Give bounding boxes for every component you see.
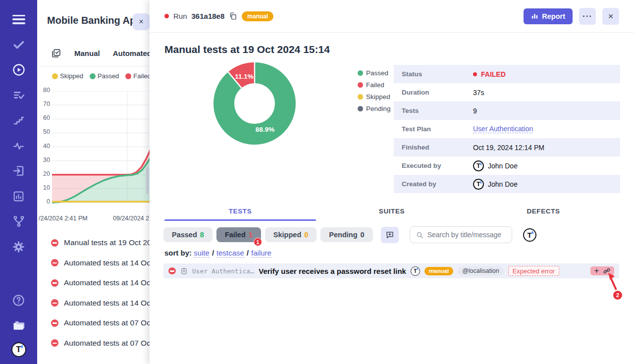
detail-row-status: Status FAILED <box>394 65 620 83</box>
detail-row-duration: Duration 37s <box>394 83 620 102</box>
donut-passed-label: 88.9% <box>256 126 274 133</box>
run-list-item[interactable]: Automated tests at 14 Oct 2 <box>37 273 150 293</box>
y-tick: 30 <box>37 156 50 163</box>
settings-gear-icon[interactable] <box>10 238 27 255</box>
project-close-button[interactable]: × <box>133 13 150 30</box>
copy-icon[interactable] <box>229 12 237 20</box>
comment-button[interactable] <box>381 227 399 243</box>
scrollbar-thumb[interactable] <box>146 167 149 194</box>
x-tick: /24/2024 2:41 PM <box>39 215 88 222</box>
y-tick: 80 <box>37 87 50 94</box>
run-label: Run <box>173 12 187 20</box>
runs-list-icon[interactable] <box>10 87 27 104</box>
branches-icon[interactable] <box>10 213 27 230</box>
check-icon[interactable] <box>10 36 27 53</box>
search-input[interactable] <box>427 231 506 239</box>
tab-suites[interactable]: SUITES <box>316 203 468 221</box>
report-button[interactable]: Report <box>524 8 573 24</box>
failed-status-icon <box>51 239 58 247</box>
help-icon[interactable] <box>10 292 27 309</box>
close-run-button[interactable]: × <box>602 8 619 25</box>
failed-status-icon <box>51 259 58 266</box>
failed-status-icon <box>51 299 58 307</box>
run-list-item[interactable]: Automated tests at 07 Oct 2 <box>37 333 150 354</box>
sort-by-suite[interactable]: suite <box>194 249 210 258</box>
failed-dot <box>358 82 363 88</box>
avatar: T <box>473 179 484 190</box>
failed-status-icon <box>51 339 58 347</box>
suite-name[interactable]: User Authentica… <box>192 267 254 275</box>
avatar: T <box>473 160 484 171</box>
tab-defects[interactable]: DEFECTS <box>468 203 619 221</box>
run-detail-panel: Run 361a18e8 manual Report ··· × Manual … <box>150 0 634 364</box>
user-avatar[interactable]: T <box>523 228 536 242</box>
y-tick: 40 <box>37 143 50 150</box>
filter-row: Passed8 Failed11 Skipped0 Pending0 T <box>163 226 619 243</box>
pending-dot <box>358 106 363 111</box>
row-actions: + <box>590 266 614 275</box>
passed-dot <box>90 73 96 79</box>
detail-row-executed-by: Executed by TJohn Doe <box>394 156 620 175</box>
link-icon[interactable] <box>603 267 610 274</box>
run-header-bar: Run 361a18e8 manual Report ··· × <box>150 0 634 33</box>
y-tick: 70 <box>37 101 50 107</box>
menu-icon[interactable] <box>10 11 27 28</box>
detail-row-finished: Finished Oct 19, 2024 12:14 PM <box>394 138 620 156</box>
project-title: Mobile Banking App <box>47 15 142 26</box>
filter-pending[interactable]: Pending0 <box>320 227 372 242</box>
y-tick: 20 <box>37 170 50 177</box>
analytics-icon[interactable] <box>10 188 27 205</box>
add-button[interactable]: + <box>594 267 599 275</box>
more-button[interactable]: ··· <box>579 8 596 25</box>
comment-plus-icon <box>385 230 394 239</box>
result-tabs: TESTS SUITES DEFECTS <box>164 203 619 221</box>
brand-logo[interactable]: T <box>11 342 26 357</box>
detail-row-test-plan: Test Plan User Authentication <box>394 120 620 138</box>
run-summary: 11.1% 88.9% Passed Failed Skipped Pendin… <box>150 62 634 197</box>
trend-chart: Skipped Passed Failed 80 70 60 50 40 30 … <box>37 69 150 228</box>
run-type-badge: manual <box>242 11 273 21</box>
y-tick: 0 <box>37 198 50 205</box>
search-icon <box>416 231 423 239</box>
filter-failed[interactable]: Failed11 <box>216 227 261 242</box>
run-list-item[interactable]: Automated tests at 14 Oct 2 <box>37 293 150 313</box>
error-message[interactable]: Expected error <box>508 266 559 276</box>
checkbox-stack-icon[interactable] <box>51 48 61 58</box>
run-list-item[interactable]: Automated tests at 07 Oct 2 <box>37 313 150 333</box>
sign-in-icon[interactable] <box>10 162 27 179</box>
pulse-icon[interactable] <box>10 137 27 154</box>
annotation-step-badge: 2 <box>613 291 622 300</box>
filter-skipped[interactable]: Skipped0 <box>265 227 317 242</box>
failed-dot <box>473 72 477 76</box>
test-title[interactable]: Verify user receives a password reset li… <box>259 267 406 275</box>
runs-list: Manual tests at 19 Oct 2024 Automated te… <box>37 233 150 353</box>
y-tick: 50 <box>37 128 50 135</box>
sort-by-testcase[interactable]: testcase <box>216 249 244 258</box>
failed-count-badge: 1 <box>254 238 262 246</box>
tab-automated[interactable]: Automated <box>113 49 150 57</box>
search-box <box>410 226 512 243</box>
run-id: 361a18e8 <box>192 12 225 20</box>
passed-dot <box>358 70 363 76</box>
tab-tests[interactable]: TESTS <box>164 203 316 221</box>
project-tabs: Manual Automated <box>51 48 150 58</box>
run-list-item[interactable]: Automated tests at 14 Oct 2 <box>37 253 150 273</box>
test-plan-link[interactable]: User Authentication <box>473 125 533 133</box>
y-tick: 10 <box>37 184 50 191</box>
failed-status-icon <box>51 319 58 327</box>
failed-status-icon <box>51 279 58 287</box>
run-title: Manual tests at 19 Oct 2024 15:14 <box>164 44 634 55</box>
sort-by-failure[interactable]: failure <box>251 249 271 258</box>
steps-icon[interactable] <box>10 112 27 129</box>
result-donut-chart: 11.1% 88.9% <box>205 56 304 151</box>
tab-manual[interactable]: Manual <box>74 49 100 57</box>
run-list-item[interactable]: Manual tests at 19 Oct 2024 <box>37 233 150 253</box>
projects-folder-icon[interactable] <box>10 317 27 334</box>
play-circle-icon[interactable] <box>10 61 27 78</box>
trend-chart-legend: Skipped Passed Failed <box>52 72 150 80</box>
assignee-avatar: T <box>411 266 420 276</box>
test-result-row[interactable]: User Authentica… Verify user receives a … <box>163 263 619 278</box>
filter-passed[interactable]: Passed8 <box>163 227 212 242</box>
project-panel: Mobile Banking App × Manual Automated Sk… <box>37 0 150 364</box>
test-tag[interactable]: @localisation <box>458 266 504 276</box>
